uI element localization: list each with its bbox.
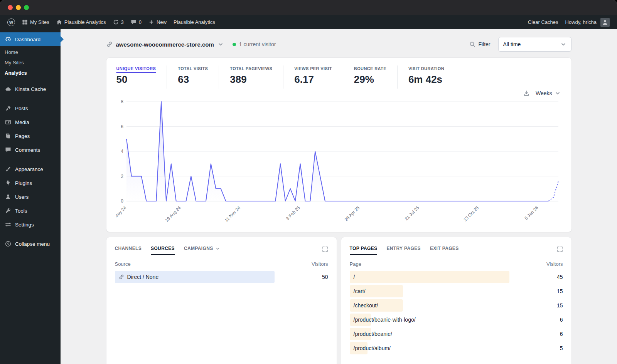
clear-caches-button[interactable]: Clear Caches (524, 19, 562, 25)
metric-value: 29% (354, 74, 386, 86)
row-value: 5 (560, 345, 563, 351)
metric-label: VIEWS PER VISIT (294, 66, 332, 71)
sidebar-item-comments[interactable]: Comments (0, 143, 61, 157)
sidebar-item-media[interactable]: Media (0, 115, 61, 129)
table-row[interactable]: /45 (350, 271, 563, 283)
analytics-header: awesome-woocommerce-store.com 1 current … (106, 37, 571, 52)
sidebar-item-kinsta-cache[interactable]: Kinsta Cache (0, 82, 61, 96)
download-icon[interactable] (523, 90, 529, 96)
expand-icon[interactable] (322, 246, 328, 252)
sidebar-item-label: Dashboard (15, 37, 40, 42)
dashboard-submenu: Home My Sites Analytics (0, 46, 61, 82)
sidebar-item-label: Appearance (15, 166, 43, 172)
collapse-icon (5, 240, 12, 247)
visitors-line-chart: 0246831 May 2419 Aug 2411 Nov 243 Feb 25… (116, 96, 561, 230)
table-row[interactable]: /checkout/15 (350, 299, 563, 312)
home-icon (56, 19, 62, 25)
sources-table-header: Source Visitors (115, 261, 328, 267)
table-row[interactable]: /product/beanie-with-logo/6 (350, 314, 563, 326)
updates-menu[interactable]: 3 (110, 15, 127, 29)
comments-menu[interactable]: 0 (127, 15, 145, 29)
row-label: / (350, 274, 355, 280)
tab-sources[interactable]: SOURCES (151, 243, 175, 255)
column-page: Page (350, 261, 361, 267)
metric-visit-duration[interactable]: VISIT DURATION6m 42s (408, 65, 455, 89)
search-icon (469, 41, 475, 47)
wrench-icon (5, 207, 12, 214)
wp-admin-bar: W My Sites Plausible Analytics 3 0 New P… (0, 15, 617, 29)
window-zoom-button[interactable] (24, 5, 29, 10)
site-link-icon (106, 41, 113, 47)
date-range-value: All time (503, 41, 521, 47)
wp-logo-menu[interactable]: W (4, 15, 19, 29)
tab-entry-pages[interactable]: ENTRY PAGES (386, 243, 420, 255)
row-label: /product/beanie-with-logo/ (350, 317, 416, 323)
sidebar-item-collapse-menu[interactable]: Collapse menu (0, 237, 61, 251)
site-domain[interactable]: awesome-woocommerce-store.com (116, 41, 214, 48)
metric-value: 6m 42s (408, 74, 444, 86)
date-range-select[interactable]: All time (498, 37, 571, 52)
expand-icon[interactable] (557, 246, 563, 252)
sidebar-item-label: Tools (15, 208, 27, 214)
avatar (600, 18, 610, 27)
tab-channels[interactable]: CHANNELS (115, 243, 142, 255)
svg-text:31 May 24: 31 May 24 (116, 205, 127, 223)
current-visitors: 1 current visitor (233, 41, 276, 47)
sidebar-item-settings[interactable]: Settings (0, 218, 61, 231)
howdy-label: Howdy, hricha (565, 19, 597, 25)
link-icon (119, 274, 124, 280)
new-content-menu[interactable]: New (145, 15, 170, 29)
account-menu[interactable]: Howdy, hricha (562, 18, 613, 27)
comments-count: 0 (139, 19, 142, 25)
plausible-analytics-menu[interactable]: Plausible Analytics (170, 15, 219, 29)
my-sites-menu[interactable]: My Sites (19, 15, 53, 29)
window-close-button[interactable] (8, 5, 13, 10)
table-row[interactable]: /product/beanie/6 (350, 328, 563, 340)
wordpress-logo-icon: W (7, 18, 15, 26)
svg-text:6: 6 (121, 124, 123, 129)
row-label: /product/album/ (350, 345, 391, 351)
sidebar-item-label: Settings (15, 222, 34, 228)
metric-total-pageviews[interactable]: TOTAL PAGEVIEWS389 (230, 65, 283, 89)
sidebar-item-plugins[interactable]: Plugins (0, 176, 61, 190)
sliders-icon (5, 221, 12, 228)
sidebar-item-home[interactable]: Home (0, 47, 61, 57)
sidebar-item-appearance[interactable]: Appearance (0, 162, 61, 176)
table-row[interactable]: /cart/15 (350, 285, 563, 297)
sidebar-item-dashboard[interactable]: Dashboard (0, 32, 61, 46)
metric-bounce-rate[interactable]: BOUNCE RATE29% (354, 65, 398, 89)
user-icon (5, 193, 12, 200)
metric-views-per-visit[interactable]: VIEWS PER VISIT6.17 (294, 65, 343, 89)
sidebar-item-analytics[interactable]: Analytics (0, 68, 61, 78)
sidebar-item-label: Plugins (15, 180, 32, 186)
row-label: /product/beanie/ (350, 331, 392, 337)
brush-icon (5, 166, 12, 173)
table-row[interactable]: Direct / None50 (115, 271, 328, 283)
tab-campaigns[interactable]: CAMPAIGNS (184, 243, 220, 255)
sidebar-item-pages[interactable]: Pages (0, 129, 61, 143)
tab-exit-pages[interactable]: EXIT PAGES (430, 243, 459, 255)
plausible-menu-label: Plausible Analytics (174, 19, 215, 25)
sidebar-item-posts[interactable]: Posts (0, 101, 61, 115)
online-dot (233, 43, 236, 46)
filter-button[interactable]: Filter (469, 41, 490, 47)
tab-top-pages[interactable]: TOP PAGES (350, 243, 378, 255)
metric-total-visits[interactable]: TOTAL VISITS63 (178, 65, 219, 89)
media-icon (5, 119, 12, 126)
chevron-down-icon[interactable] (217, 41, 224, 47)
site-menu[interactable]: Plausible Analytics (53, 15, 110, 29)
row-bar (350, 271, 510, 283)
admin-sidebar: Dashboard Home My Sites Analytics Kinsta… (0, 29, 61, 364)
sidebar-item-tools[interactable]: Tools (0, 204, 61, 218)
svg-text:2: 2 (121, 174, 123, 179)
sidebar-item-my-sites[interactable]: My Sites (0, 57, 61, 68)
svg-text:3 Feb 25: 3 Feb 25 (285, 205, 301, 221)
table-row[interactable]: /product/album/5 (350, 342, 563, 354)
sidebar-item-users[interactable]: Users (0, 190, 61, 204)
window-minimize-button[interactable] (16, 5, 21, 10)
interval-select[interactable]: Weeks (536, 90, 561, 96)
update-icon (113, 19, 119, 25)
metric-label: UNIQUE VISITORS (116, 66, 156, 71)
chevron-down-icon (560, 41, 566, 47)
metric-unique-visitors[interactable]: UNIQUE VISITORS50 (116, 65, 167, 89)
